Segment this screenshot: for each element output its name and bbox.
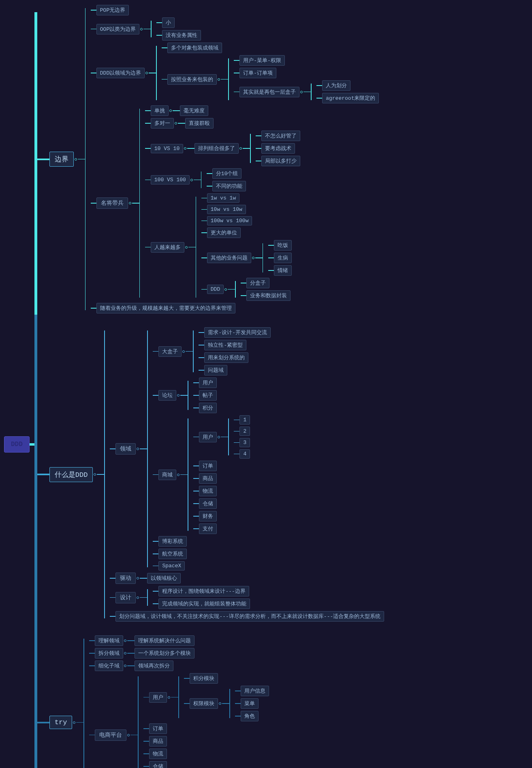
node[interactable]: 设计 bbox=[115, 592, 136, 603]
node[interactable]: 不同的功能 bbox=[212, 181, 246, 191]
node[interactable]: 4 bbox=[239, 449, 250, 459]
node[interactable]: 支付 bbox=[199, 523, 217, 534]
node[interactable]: 其他的业务问题 bbox=[207, 253, 251, 263]
node[interactable]: 10w vs 10w bbox=[207, 205, 246, 214]
node[interactable]: 用户 bbox=[199, 378, 217, 388]
node[interactable]: 1 bbox=[239, 415, 250, 425]
node[interactable]: 物流 bbox=[149, 749, 167, 759]
node[interactable]: 分盒子 bbox=[246, 278, 269, 288]
node[interactable]: 驱动 bbox=[115, 573, 136, 584]
node[interactable]: 业务和数据封装 bbox=[246, 290, 291, 301]
node[interactable]: 排列组合很多了 bbox=[194, 143, 239, 154]
node[interactable]: 用户 bbox=[199, 432, 217, 442]
node-boundary[interactable]: 边界 bbox=[49, 152, 74, 167]
node[interactable]: 独立性-紧密型 bbox=[204, 340, 246, 350]
node[interactable]: DDD以领域为边界 bbox=[96, 68, 145, 78]
node[interactable]: 完成领域的实现，就能组装整体功能 bbox=[158, 599, 250, 609]
node[interactable]: 名将带兵 bbox=[96, 197, 128, 209]
node[interactable]: 吃饭 bbox=[274, 240, 292, 251]
node[interactable]: 订单 bbox=[149, 723, 167, 734]
node[interactable]: 3 bbox=[239, 438, 250, 447]
node[interactable]: 物流 bbox=[199, 486, 217, 496]
node[interactable]: 一个系统划分多个模块 bbox=[135, 648, 194, 659]
node[interactable]: 细化子域 bbox=[95, 661, 123, 671]
node[interactable]: 角色 bbox=[241, 711, 259, 721]
node[interactable]: 1w vs 1w bbox=[207, 193, 239, 203]
node[interactable]: 商品 bbox=[149, 736, 167, 747]
root-node[interactable]: DDD bbox=[4, 436, 30, 453]
node[interactable]: 随着业务的升级，规模越来越大，需要更大的边界来管理 bbox=[96, 303, 235, 313]
node[interactable]: 划分问题域，设计领域，不关注技术的实现---详尽的需求分析，而不上来就设计数据库… bbox=[115, 611, 384, 622]
node-try[interactable]: try bbox=[49, 716, 73, 729]
node[interactable]: DDD bbox=[207, 285, 224, 294]
mindmap: DDD 边界 POP无边界 OOP以类为边界 小 没有业务属性 DDD以领域为边… bbox=[4, 4, 528, 768]
node[interactable]: 分10个组 bbox=[212, 168, 242, 179]
node[interactable]: 用来划分系统的 bbox=[204, 352, 248, 363]
node[interactable]: 领域 bbox=[115, 443, 136, 455]
node[interactable]: 程序设计，围绕领域来设计---边界 bbox=[158, 586, 249, 596]
node[interactable]: 仓储 bbox=[199, 498, 217, 509]
node[interactable]: 用户-菜单-权限 bbox=[239, 55, 285, 66]
node[interactable]: 100w vs 100w bbox=[207, 216, 252, 225]
node[interactable]: 局部以多打少 bbox=[261, 156, 300, 166]
node[interactable]: 博彩系统 bbox=[158, 536, 187, 547]
node[interactable]: 要考虑战术 bbox=[261, 143, 295, 154]
node-what-is-ddd[interactable]: 什么是DDD bbox=[49, 467, 93, 482]
node[interactable]: 毫无难度 bbox=[180, 105, 208, 116]
node[interactable]: 100 VS 100 bbox=[151, 175, 190, 184]
node[interactable]: 积分模块 bbox=[190, 673, 218, 684]
node[interactable]: 理解领域 bbox=[95, 635, 123, 646]
node[interactable]: 订单 bbox=[199, 461, 217, 471]
node[interactable]: 论坛 bbox=[158, 390, 176, 401]
node[interactable]: 权限模块 bbox=[190, 698, 218, 709]
node[interactable]: 需求-设计-开发共同交流 bbox=[204, 327, 271, 338]
node[interactable]: POP无边界 bbox=[96, 5, 129, 15]
node[interactable]: 积分 bbox=[199, 403, 217, 413]
node[interactable]: 领域再次拆分 bbox=[135, 661, 173, 671]
node[interactable]: 帖子 bbox=[199, 390, 217, 401]
node[interactable]: 菜单 bbox=[241, 698, 259, 709]
node[interactable]: 理解系统解决什么问题 bbox=[135, 635, 194, 646]
node[interactable]: 商品 bbox=[199, 473, 217, 484]
node[interactable]: 商城 bbox=[158, 470, 176, 480]
node[interactable]: 更大的单位 bbox=[207, 227, 241, 238]
node[interactable]: 大盒子 bbox=[158, 346, 182, 357]
node[interactable]: 仓储 bbox=[149, 761, 167, 768]
node[interactable]: 财务 bbox=[199, 511, 217, 521]
node[interactable]: 订单-订单项 bbox=[239, 68, 276, 78]
node[interactable]: 单挑 bbox=[151, 105, 169, 116]
node[interactable]: 以领域核心 bbox=[147, 573, 181, 584]
node[interactable]: 用户信息 bbox=[241, 686, 269, 696]
node[interactable]: 按照业务来包装的 bbox=[167, 74, 217, 85]
node[interactable]: 多个对象包装成领域 bbox=[167, 43, 222, 53]
node[interactable]: 小 bbox=[162, 17, 175, 28]
node[interactable]: 情绪 bbox=[274, 265, 292, 276]
node[interactable]: 其实就是再包一层盒子 bbox=[239, 87, 299, 97]
node[interactable]: 电商平台 bbox=[95, 729, 126, 741]
node[interactable]: 2 bbox=[239, 427, 250, 436]
node[interactable]: 拆分领域 bbox=[95, 648, 123, 659]
node[interactable]: agreeroot来限定的 bbox=[322, 93, 379, 103]
node[interactable]: 人为划分 bbox=[322, 80, 350, 91]
node[interactable]: 多对一 bbox=[151, 118, 174, 129]
node[interactable]: 10 VS 10 bbox=[151, 144, 183, 153]
node[interactable]: 航空系统 bbox=[158, 549, 187, 559]
node[interactable]: 人越来越多 bbox=[151, 242, 184, 253]
node[interactable]: SpaceX bbox=[158, 561, 185, 571]
node[interactable]: 不怎么好管了 bbox=[261, 131, 300, 141]
node[interactable]: 用户 bbox=[149, 692, 167, 703]
node[interactable]: 没有业务属性 bbox=[162, 30, 201, 41]
node[interactable]: OOP以类为边界 bbox=[96, 24, 139, 34]
node[interactable]: 直接群殴 bbox=[185, 118, 214, 129]
node[interactable]: 生病 bbox=[274, 253, 292, 263]
node[interactable]: 问题域 bbox=[204, 365, 227, 375]
